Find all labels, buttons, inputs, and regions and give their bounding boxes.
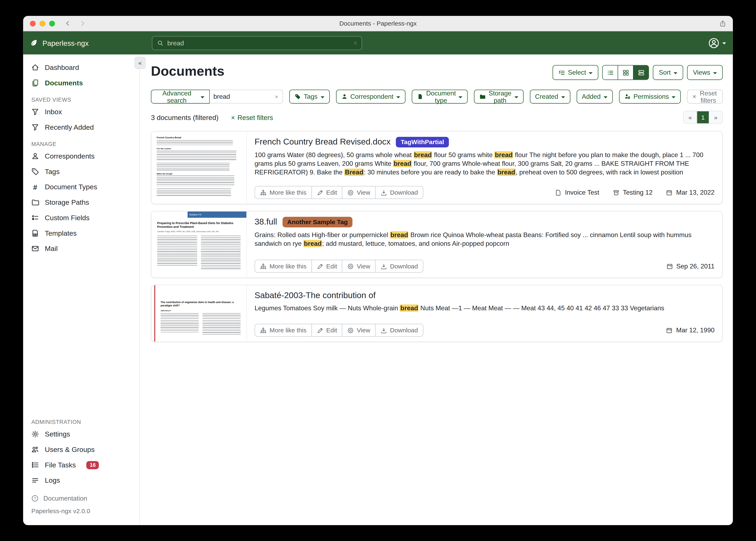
pagination-prev[interactable]: «	[684, 111, 697, 123]
more-like-this-button[interactable]: More like this	[255, 186, 312, 199]
envelope-icon	[31, 245, 39, 253]
document-thumbnail[interactable]: French Country Bread For the Leaven Make…	[151, 132, 247, 204]
document-list: French Country Bread For the Leaven Make…	[151, 131, 723, 342]
sidebar-item-mail[interactable]: Mail	[23, 241, 139, 256]
sidebar-item-label: Custom Fields	[45, 214, 90, 222]
sidebar-item-recently-added[interactable]: Recently Added	[23, 120, 139, 135]
edit-button[interactable]: Edit	[311, 260, 343, 272]
folder-icon	[480, 93, 486, 100]
view-button[interactable]: View	[342, 260, 376, 272]
document-title[interactable]: 38.full	[255, 217, 277, 227]
global-search-input[interactable]: bread x	[152, 36, 362, 50]
main-content: « Documents Select	[140, 54, 733, 525]
traffic-lights	[30, 20, 55, 26]
gear-icon	[31, 430, 39, 438]
document-tag[interactable]: Another Sample Tag	[282, 217, 353, 227]
edit-button[interactable]: Edit	[311, 324, 343, 337]
select-button[interactable]: Select	[553, 65, 599, 80]
pagination-next[interactable]: »	[709, 111, 722, 123]
share-icon[interactable]	[719, 20, 726, 27]
user-menu[interactable]	[708, 37, 726, 48]
document-thumbnail[interactable]: The contribution of vegetarian diets to …	[151, 285, 247, 341]
sidebar-item-label: Correspondents	[45, 152, 95, 160]
hash-icon: #	[31, 183, 39, 191]
correspondent-meta[interactable]: Invoice Test	[555, 189, 599, 196]
pagination: « 1 »	[683, 111, 723, 124]
sidebar-item-document-types[interactable]: # Document Types	[23, 179, 139, 195]
sidebar-item-storage-paths[interactable]: Storage Paths	[23, 195, 139, 210]
document-title[interactable]: French Country Bread Revised.docx	[255, 137, 391, 147]
document-title[interactable]: Sabaté-2003-The contribution of	[255, 290, 376, 300]
permissions-filter-button[interactable]: Permissions	[619, 90, 681, 104]
zoom-traffic-light[interactable]	[49, 20, 55, 26]
document-actions: More like this Edit	[255, 260, 423, 272]
brand[interactable]: Paperless-ngx	[30, 39, 152, 47]
sidebar-item-documents[interactable]: Documents	[23, 75, 139, 91]
view-button[interactable]: View	[342, 186, 376, 199]
edit-label: Edit	[326, 326, 337, 334]
home-icon	[31, 64, 39, 71]
correspondent-filter-label: Correspondent	[350, 93, 393, 100]
document-tag[interactable]: TagWithPartial	[396, 137, 449, 147]
sidebar-item-settings[interactable]: Settings	[23, 426, 139, 442]
minimize-traffic-light[interactable]	[40, 20, 45, 26]
document-card[interactable]: French Country Bread For the Leaven Make…	[151, 131, 723, 204]
download-icon	[380, 189, 387, 196]
document-thumbnail[interactable]: Nutrition FYI Preparing to Prescribe Pla…	[151, 212, 247, 277]
sidebar-item-tags[interactable]: Tags	[23, 164, 139, 179]
sidebar-item-logs[interactable]: Logs	[23, 473, 139, 488]
document-actions: More like this Edit	[255, 186, 423, 199]
more-like-this-button[interactable]: More like this	[255, 260, 312, 272]
global-search-clear-icon[interactable]: x	[354, 40, 357, 46]
sidebar-item-templates[interactable]: Templates	[23, 226, 139, 241]
pagination-page-1[interactable]: 1	[697, 111, 709, 123]
edit-button[interactable]: Edit	[311, 186, 343, 199]
sidebar-item-documentation[interactable]: ? Documentation	[23, 492, 139, 504]
more-like-this-button[interactable]: More like this	[255, 324, 312, 337]
pencil-icon	[317, 327, 323, 333]
document-type-filter-button[interactable]: Document type	[412, 90, 468, 104]
view-button[interactable]: View	[342, 324, 376, 337]
caret-down-icon	[561, 96, 565, 98]
sidebar-item-label: Tags	[45, 168, 60, 175]
reset-filters-link[interactable]: × Reset filters	[231, 113, 273, 121]
view-list-toggle[interactable]	[603, 66, 618, 80]
caret-down-icon	[320, 96, 324, 98]
download-button[interactable]: Download	[375, 324, 423, 337]
download-button[interactable]: Download	[375, 260, 423, 272]
close-traffic-light[interactable]	[30, 20, 36, 26]
sidebar-item-correspondents[interactable]: Correspondents	[23, 149, 139, 164]
forward-chevron-icon[interactable]	[80, 20, 86, 26]
svg-text:?: ?	[34, 496, 36, 500]
storage-path-filter-button[interactable]: Storage path	[474, 90, 523, 104]
question-circle-icon: ?	[31, 495, 39, 502]
logs-lines-icon	[31, 476, 39, 484]
grid-view-icon	[623, 69, 629, 76]
storage-path-meta[interactable]: Testing 12	[613, 189, 653, 196]
back-chevron-icon[interactable]	[65, 20, 71, 26]
tags-filter-button[interactable]: Tags	[289, 90, 330, 104]
created-filter-button[interactable]: Created	[530, 90, 570, 104]
sidebar-item-dashboard[interactable]: Dashboard	[23, 60, 139, 75]
sidebar-item-custom-fields[interactable]: Custom Fields	[23, 210, 139, 226]
document-card[interactable]: The contribution of vegetarian diets to …	[151, 285, 723, 342]
person-icon	[341, 93, 347, 100]
advanced-search-button[interactable]: Advanced search	[151, 90, 209, 104]
download-button[interactable]: Download	[375, 186, 423, 199]
sidebar-collapse-button[interactable]: «	[135, 57, 146, 69]
document-card[interactable]: Nutrition FYI Preparing to Prescribe Pla…	[151, 211, 723, 278]
filter-search-clear-icon[interactable]: ×	[275, 93, 278, 100]
filter-search-input[interactable]: bread ×	[209, 90, 283, 104]
view-details-toggle[interactable]	[633, 66, 649, 80]
document-date: Mar 12, 1990	[676, 326, 715, 334]
reset-filters-button[interactable]: × Reset filters	[687, 90, 723, 104]
sidebar-item-inbox[interactable]: Inbox	[23, 104, 139, 120]
correspondent-filter-button[interactable]: Correspondent	[336, 90, 405, 104]
sidebar-item-file-tasks[interactable]: File Tasks 16	[23, 457, 139, 473]
sort-button[interactable]: Sort	[653, 65, 683, 80]
view-grid-toggle[interactable]	[618, 66, 633, 80]
views-button[interactable]: Views	[687, 65, 723, 80]
added-filter-button[interactable]: Added	[576, 90, 613, 104]
person-icon	[31, 152, 39, 160]
sidebar-item-users-groups[interactable]: Users & Groups	[23, 442, 139, 457]
